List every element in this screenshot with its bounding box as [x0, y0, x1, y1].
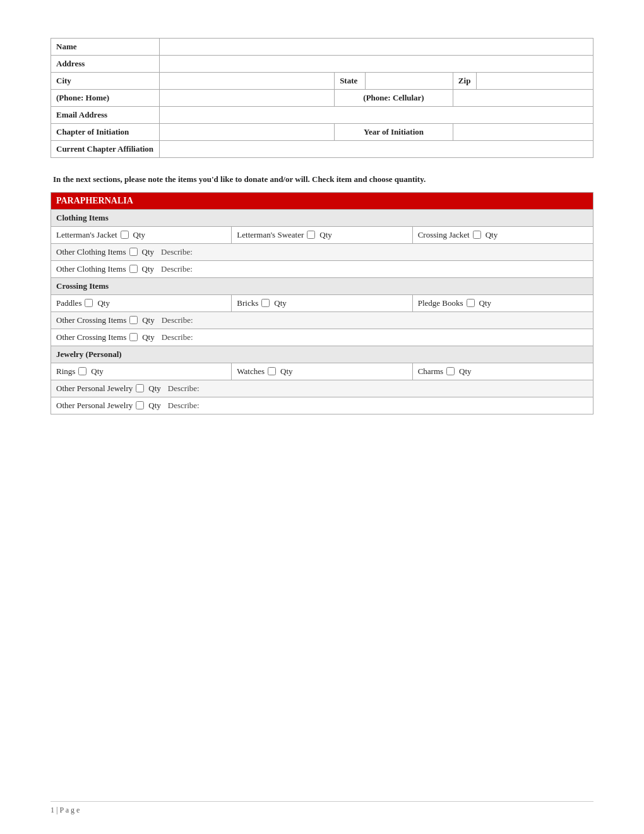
charms-checkbox[interactable]	[446, 367, 455, 375]
watches-checkbox[interactable]	[268, 367, 276, 375]
other-clothing-2-qty: Qty	[142, 264, 155, 274]
other-jewelry-1-label: Other Personal Jewelry	[56, 384, 133, 394]
charms-qty: Qty	[459, 366, 472, 377]
phone-home-value[interactable]	[159, 90, 334, 107]
chapter-init-value[interactable]	[159, 124, 334, 141]
lettermans-sweater-cell: Letterman's Sweater Qty	[232, 226, 412, 243]
email-value[interactable]	[159, 107, 593, 124]
other-jewelry-1-checkbox[interactable]	[136, 384, 144, 392]
lettermans-sweater-qty: Qty	[319, 230, 332, 240]
charms-item: Charms Qty	[418, 366, 472, 377]
other-clothing-2-cell: Other Clothing Items Qty Describe:	[51, 260, 593, 277]
bricks-checkbox[interactable]	[261, 299, 270, 307]
lettermans-jacket-checkbox[interactable]	[121, 231, 129, 239]
other-crossing-1-item: Other Crossing Items Qty Describe:	[56, 315, 193, 325]
lettermans-sweater-checkbox[interactable]	[307, 231, 315, 239]
crossing-jacket-checkbox[interactable]	[473, 231, 481, 239]
other-jewelry-1-cell: Other Personal Jewelry Qty Describe:	[51, 380, 593, 397]
paraphernalia-header: PARAPHERNALIA	[51, 192, 593, 209]
bricks-item: Bricks Qty	[237, 298, 286, 308]
other-clothing-1-label: Other Clothing Items	[56, 247, 126, 257]
state-value[interactable]	[366, 73, 453, 90]
other-clothing-1-item: Other Clothing Items Qty Describe:	[56, 247, 193, 257]
clothing-header-row: Clothing Items	[51, 209, 593, 226]
bricks-qty: Qty	[274, 298, 287, 308]
lettermans-jacket-item: Letterman's Jacket Qty	[56, 230, 145, 240]
paddles-item: Paddles Qty	[56, 298, 110, 308]
address-value[interactable]	[159, 56, 593, 73]
bricks-label: Bricks	[237, 298, 258, 308]
other-crossing-2-label: Other Crossing Items	[56, 332, 126, 342]
other-jewelry-2-checkbox[interactable]	[136, 401, 144, 409]
other-clothing-1-describe: Describe:	[161, 247, 193, 257]
other-clothing-1-qty: Qty	[142, 247, 155, 257]
watches-item: Watches Qty	[237, 366, 292, 377]
other-jewelry-1-row: Other Personal Jewelry Qty Describe:	[51, 380, 593, 397]
current-chapter-label: Current Chapter Affiliation	[51, 141, 160, 158]
clothing-header: Clothing Items	[51, 209, 593, 226]
crossing-jacket-label: Crossing Jacket	[418, 230, 470, 240]
other-clothing-1-cell: Other Clothing Items Qty Describe:	[51, 243, 593, 260]
lettermans-jacket-label: Letterman's Jacket	[56, 230, 117, 240]
name-value[interactable]	[159, 39, 593, 56]
lettermans-jacket-cell: Letterman's Jacket Qty	[51, 226, 232, 243]
watches-qty: Qty	[280, 366, 293, 377]
phone-cell-value[interactable]	[453, 90, 593, 107]
jewelry-header: Jewelry (Personal)	[51, 346, 593, 363]
crossing-header-row: Crossing Items	[51, 277, 593, 294]
current-chapter-value[interactable]	[159, 141, 593, 158]
other-crossing-1-cell: Other Crossing Items Qty Describe:	[51, 311, 593, 329]
crossing-jacket-cell: Crossing Jacket Qty	[412, 226, 593, 243]
other-crossing-2-checkbox[interactable]	[129, 333, 138, 341]
other-clothing-2-item: Other Clothing Items Qty Describe:	[56, 264, 193, 274]
lettermans-sweater-label: Letterman's Sweater	[237, 230, 304, 240]
other-jewelry-2-qty: Qty	[148, 401, 161, 411]
zip-value[interactable]	[477, 73, 593, 90]
rings-qty: Qty	[91, 366, 104, 377]
city-label: City	[51, 73, 160, 90]
other-clothing-2-row: Other Clothing Items Qty Describe:	[51, 260, 593, 277]
year-init-label: Year of Initiation	[335, 124, 453, 141]
other-jewelry-2-label: Other Personal Jewelry	[56, 401, 133, 411]
pledge-books-checkbox[interactable]	[467, 299, 475, 307]
other-crossing-2-describe: Describe:	[162, 332, 193, 342]
phone-home-label: (Phone: Home)	[51, 90, 160, 107]
year-init-value[interactable]	[453, 124, 593, 141]
watches-cell: Watches Qty	[232, 363, 412, 380]
crossing-items-row: Paddles Qty Bricks Qty Pledge Books Qty	[51, 294, 593, 311]
other-crossing-1-label: Other Crossing Items	[56, 315, 126, 325]
phone-cell-label: (Phone: Cellular)	[335, 90, 453, 107]
paraphernalia-header-row: PARAPHERNALIA	[51, 192, 593, 209]
charms-label: Charms	[418, 366, 443, 377]
zip-label: Zip	[453, 73, 476, 90]
email-label: Email Address	[51, 107, 160, 124]
other-jewelry-2-row: Other Personal Jewelry Qty Describe:	[51, 397, 593, 414]
name-row: Name	[51, 39, 593, 56]
other-jewelry-2-cell: Other Personal Jewelry Qty Describe:	[51, 397, 593, 414]
other-clothing-2-label: Other Clothing Items	[56, 264, 126, 274]
rings-cell: Rings Qty	[51, 363, 232, 380]
other-crossing-2-row: Other Crossing Items Qty Describe:	[51, 329, 593, 346]
city-value[interactable]	[159, 73, 334, 90]
phone-row: (Phone: Home) (Phone: Cellular)	[51, 90, 593, 107]
pledge-books-cell: Pledge Books Qty	[412, 294, 593, 311]
other-crossing-1-checkbox[interactable]	[129, 316, 138, 324]
pledge-books-label: Pledge Books	[418, 298, 463, 308]
jewelry-header-row: Jewelry (Personal)	[51, 346, 593, 363]
paddles-checkbox[interactable]	[85, 299, 93, 307]
watches-label: Watches	[237, 366, 265, 377]
pledge-books-qty: Qty	[479, 298, 492, 308]
charms-cell: Charms Qty	[412, 363, 593, 380]
pledge-books-item: Pledge Books Qty	[418, 298, 491, 308]
page-footer: 1 | P a g e	[51, 801, 593, 815]
contact-table: Name Address City State Zip (Phone: Home…	[51, 38, 593, 158]
current-chapter-row: Current Chapter Affiliation	[51, 141, 593, 158]
rings-checkbox[interactable]	[78, 367, 86, 375]
crossing-jacket-item: Crossing Jacket Qty	[418, 230, 498, 240]
rings-label: Rings	[56, 366, 75, 377]
other-clothing-1-checkbox[interactable]	[129, 248, 138, 256]
other-jewelry-1-describe: Describe:	[168, 384, 200, 394]
chapter-init-row: Chapter of Initiation Year of Initiation	[51, 124, 593, 141]
other-clothing-2-checkbox[interactable]	[129, 265, 138, 273]
other-crossing-2-qty: Qty	[142, 332, 155, 342]
